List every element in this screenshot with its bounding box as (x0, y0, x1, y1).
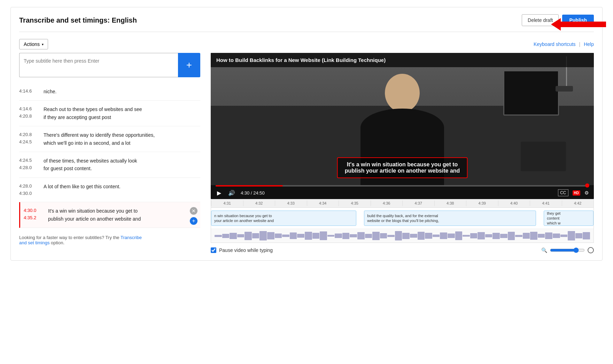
current-time: 4:30 (241, 190, 249, 196)
timeline: 4:31 4:32 4:33 4:34 4:35 4:36 4:37 4:38 … (211, 199, 594, 243)
timeline-tick: 4:41 (530, 200, 562, 206)
video-controls: ▶ 🔊 4:30 / 24:50 CC HD ⚙ (211, 187, 594, 199)
divider: | (579, 41, 581, 47)
person-head (385, 74, 420, 112)
subtitle-overlay-line2: publish your article on another website … (345, 168, 460, 174)
subtitle-item: 4:28.0 4:30.0 A lot of them like to get … (19, 178, 200, 203)
header: Transcribe and set timings: English Dele… (19, 14, 594, 32)
time-display: 4:30 / 24:50 (241, 190, 265, 196)
laptop (521, 142, 566, 171)
video-title: How to Build Backlinks for a New Website… (211, 53, 594, 67)
subtitle-input[interactable] (19, 53, 178, 77)
timeline-tick: 4:33 (275, 200, 307, 206)
pause-video-text: Pause video while typing (219, 247, 273, 253)
toolbar-row: Actions ▾ Keyboard shortcuts | Help (19, 39, 594, 49)
timeline-sub-2[interactable]: build the quality back, and for the exte… (364, 211, 536, 226)
zoom-search-icon: 🔍 (541, 247, 547, 253)
subtitle-time: 4:14.6 4:20.8 (19, 105, 44, 121)
timeline-tick: 4:34 (307, 200, 339, 206)
subtitle-time: 4:28.0 4:30.0 (19, 183, 44, 197)
progress-thumb (585, 183, 589, 188)
timeline-sub-1[interactable]: n win situation because you get toyour a… (211, 211, 356, 226)
zoom-slider[interactable] (550, 247, 585, 253)
subtitle-text: A lot of them like to get this content. (44, 183, 200, 197)
subtitle-time: 4:14.6 (19, 88, 44, 95)
footer-hint: Looking for a faster way to enter subtit… (19, 235, 200, 245)
pause-video-checkbox[interactable] (211, 247, 216, 253)
progress-fill (216, 185, 283, 187)
actions-button[interactable]: Actions ▾ (19, 39, 48, 49)
total-time: 24:50 (253, 190, 265, 196)
timeline-tick: 4:36 (371, 200, 403, 206)
timeline-tick: 4:42 (562, 200, 594, 206)
subtitle-text: niche. (44, 88, 200, 95)
timeline-waveform (211, 229, 593, 243)
help-link[interactable]: Help (584, 41, 594, 47)
subtitle-text: of these times, these websites actually … (44, 157, 200, 173)
timeline-sub-3[interactable]: they getcontentwhich w (544, 211, 593, 226)
toolbar-links: Keyboard shortcuts | Help (534, 41, 594, 47)
subtitle-text: It's a win win situation because you get… (48, 207, 200, 223)
timeline-tick: 4:32 (243, 200, 275, 206)
main-content: + 4:14.6 niche. 4:14.6 (19, 53, 594, 253)
bottom-controls: Pause video while typing 🔍 (211, 243, 594, 253)
footer-hint-text-after: option. (49, 240, 64, 245)
publish-arrow-indicator (551, 18, 606, 31)
subtitle-text: Reach out to these types of websites and… (44, 105, 200, 121)
left-panel: + 4:14.6 niche. 4:14.6 (19, 53, 200, 253)
volume-button[interactable]: 🔊 (227, 190, 236, 196)
actions-label: Actions (24, 41, 40, 47)
timeline-subtitles: n win situation because you get toyour a… (211, 208, 593, 229)
progress-bar[interactable] (216, 185, 589, 187)
video-player: How to Build Backlinks for a New Website… (211, 53, 594, 199)
dropdown-caret-icon: ▾ (42, 42, 44, 46)
pause-video-label[interactable]: Pause video while typing (211, 247, 273, 253)
timeline-ruler: 4:31 4:32 4:33 4:34 4:35 4:36 4:37 4:38 … (211, 199, 593, 208)
hd-badge: HD (573, 190, 580, 196)
timeline-tick: 4:35 (339, 200, 371, 206)
monitor (503, 70, 559, 116)
footer-hint-text-before: Looking for a faster way to enter subtit… (19, 235, 121, 240)
zoom-control: 🔍 (541, 247, 594, 253)
progress-bar-wrapper (211, 185, 594, 187)
subtitle-list: 4:14.6 niche. 4:14.6 4:20.8 Reach out to… (19, 83, 200, 228)
subtitle-overlay-line1: It's a win win situation because you get… (347, 161, 458, 167)
captions-button[interactable]: CC (558, 189, 568, 196)
subtitle-time: 4:24.5 4:28.0 (19, 157, 44, 173)
zoom-circle-icon (588, 247, 594, 253)
subtitle-item: 4:24.5 4:28.0 of these times, these webs… (19, 152, 200, 178)
waveform-bars (215, 231, 590, 241)
subtitle-time: 4:30.0 4:35.2 (24, 207, 48, 223)
subtitle-overlay: It's a win win situation because you get… (337, 157, 468, 178)
subtitle-item-active: 4:30.0 4:35.2 It's a win win situation b… (19, 202, 200, 228)
timeline-tick: 4:40 (498, 200, 530, 206)
arrow-body (561, 22, 606, 27)
right-panel: How to Build Backlinks for a New Website… (211, 53, 594, 253)
timeline-tick: 4:38 (434, 200, 466, 206)
play-button[interactable]: ▶ (216, 190, 223, 196)
subtitle-item: 4:14.6 4:20.8 Reach out to these types o… (19, 101, 200, 126)
timeline-tick: 4:37 (402, 200, 434, 206)
subtitle-time: 4:20.8 4:24.5 (19, 131, 44, 147)
subtitle-text: There's different way to identify these … (44, 131, 200, 147)
add-below-icon[interactable]: + (190, 217, 197, 225)
settings-icon[interactable]: ⚙ (584, 190, 589, 196)
subtitle-item: 4:20.8 4:24.5 There's different way to i… (19, 126, 200, 152)
keyboard-shortcuts-link[interactable]: Keyboard shortcuts (534, 41, 576, 47)
timeline-tick: 4:31 (211, 200, 243, 206)
subtitle-item: 4:14.6 niche. (19, 83, 200, 101)
video-thumbnail: It's a win win situation because you get… (211, 53, 594, 185)
subtitle-input-row: + (19, 53, 200, 77)
page-title: Transcribe and set timings: English (19, 16, 137, 24)
timeline-tick: 4:39 (466, 200, 498, 206)
arrow-head-icon (551, 18, 561, 31)
add-subtitle-button[interactable]: + (178, 53, 200, 77)
